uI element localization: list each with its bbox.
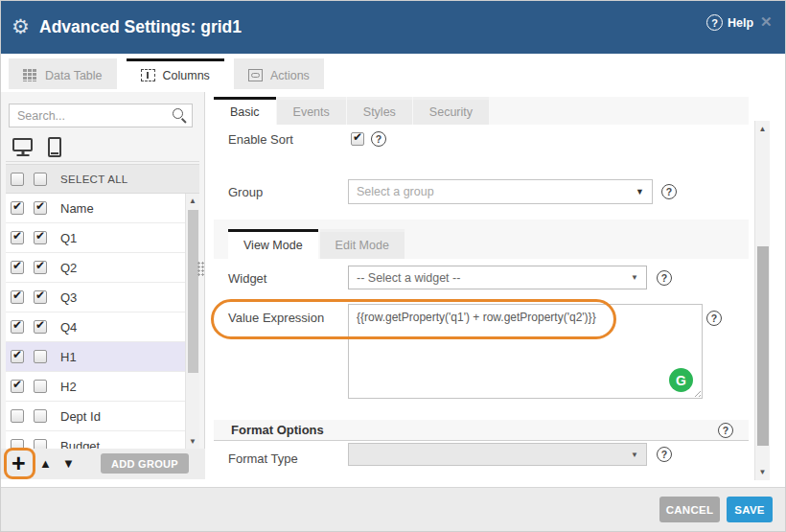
add-column-button[interactable]: + bbox=[12, 450, 26, 476]
tab-label: Actions bbox=[270, 69, 310, 82]
columns-icon bbox=[141, 69, 155, 81]
desktop-checkbox[interactable] bbox=[11, 380, 24, 393]
data-table-icon bbox=[23, 69, 37, 81]
scroll-down-icon[interactable]: ▼ bbox=[755, 468, 770, 476]
move-down-button[interactable]: ▼ bbox=[62, 456, 75, 471]
cancel-button[interactable]: CANCEL bbox=[659, 497, 720, 522]
tab-edit-mode[interactable]: Edit Mode bbox=[320, 229, 405, 259]
column-row-h2[interactable]: H2 bbox=[6, 372, 185, 402]
tab-columns[interactable]: Columns bbox=[127, 58, 224, 89]
scroll-up-icon[interactable]: ▲ bbox=[186, 197, 199, 205]
mobile-checkbox[interactable] bbox=[34, 261, 47, 274]
help-icon[interactable] bbox=[706, 14, 723, 31]
help-icon-widget[interactable] bbox=[657, 270, 672, 286]
mobile-checkbox[interactable] bbox=[34, 231, 47, 244]
group-label: Group bbox=[228, 185, 263, 199]
column-row-dept-id[interactable]: Dept Id bbox=[6, 402, 185, 431]
column-label: Name bbox=[60, 201, 94, 216]
move-up-button[interactable]: ▲ bbox=[39, 456, 52, 471]
column-row-name[interactable]: Name bbox=[6, 194, 185, 223]
column-row-h1[interactable]: H1 bbox=[6, 342, 185, 372]
widget-label: Widget bbox=[228, 271, 266, 286]
widget-select[interactable]: -- Select a widget -- ▼ bbox=[348, 266, 647, 289]
column-label: Dept Id bbox=[60, 409, 101, 424]
chevron-down-icon: ▼ bbox=[631, 273, 638, 282]
tab-view-mode[interactable]: View Mode bbox=[228, 229, 318, 259]
column-list-scrollbar[interactable]: ▲ ▼ bbox=[185, 194, 199, 449]
help-label[interactable]: Help bbox=[728, 16, 753, 30]
scroll-up-icon[interactable]: ▲ bbox=[755, 125, 770, 133]
desktop-checkbox[interactable] bbox=[11, 350, 24, 363]
desktop-checkbox[interactable] bbox=[11, 231, 24, 244]
search-icon[interactable] bbox=[172, 107, 188, 124]
column-label: Q4 bbox=[60, 320, 77, 335]
widget-select-value: -- Select a widget -- bbox=[357, 271, 631, 285]
tab-events[interactable]: Events bbox=[277, 97, 346, 125]
mobile-checkbox[interactable] bbox=[34, 409, 47, 423]
desktop-checkbox[interactable] bbox=[11, 409, 24, 423]
tab-data-table[interactable]: Data Table bbox=[9, 58, 117, 89]
scrollbar-thumb[interactable] bbox=[757, 246, 769, 446]
desktop-checkbox[interactable] bbox=[11, 290, 24, 304]
help-icon-value-expression[interactable] bbox=[706, 311, 722, 326]
main-tab-bar: Data Table Columns Actions bbox=[9, 58, 324, 89]
value-expression-label: Value Expression bbox=[228, 311, 324, 325]
select-all-mobile-checkbox[interactable] bbox=[34, 173, 47, 186]
format-type-select[interactable]: ▼ bbox=[348, 443, 647, 466]
chevron-down-icon: ▼ bbox=[636, 187, 644, 197]
help-icon-format-type[interactable] bbox=[657, 447, 672, 462]
desktop-checkbox[interactable] bbox=[11, 320, 24, 334]
chevron-down-icon: ▼ bbox=[631, 451, 638, 459]
desktop-checkbox[interactable] bbox=[11, 201, 24, 215]
search-input[interactable] bbox=[9, 104, 193, 127]
column-row-q2[interactable]: Q2 bbox=[6, 253, 185, 283]
mobile-checkbox[interactable] bbox=[34, 439, 47, 449]
tab-styles[interactable]: Styles bbox=[347, 97, 412, 125]
mode-tab-bar: View Mode Edit Mode bbox=[228, 229, 406, 259]
grammarly-icon[interactable] bbox=[669, 368, 693, 392]
scrollbar-thumb[interactable] bbox=[188, 210, 198, 373]
column-row-q4[interactable]: Q4 bbox=[6, 312, 185, 342]
select-all-label: SELECT ALL bbox=[60, 173, 128, 185]
column-row-budget[interactable]: Budget bbox=[6, 431, 185, 449]
desktop-checkbox[interactable] bbox=[11, 439, 24, 449]
mobile-icon[interactable] bbox=[48, 137, 61, 157]
settings-scrollbar[interactable]: ▲ ▼ bbox=[754, 121, 770, 480]
help-icon-format-options[interactable] bbox=[718, 423, 733, 438]
mobile-checkbox[interactable] bbox=[34, 290, 47, 304]
group-dropdown-value: Select a group bbox=[357, 185, 636, 198]
desktop-checkbox[interactable] bbox=[11, 261, 24, 274]
close-icon[interactable]: ✕ bbox=[760, 13, 773, 31]
title-bar: ⚙ Advanced Settings: grid1 Help ✕ bbox=[1, 1, 786, 54]
save-button[interactable]: SAVE bbox=[727, 497, 773, 522]
help-icon-enable-sort[interactable] bbox=[371, 131, 386, 147]
mobile-checkbox[interactable] bbox=[34, 320, 47, 334]
tab-basic[interactable]: Basic bbox=[214, 97, 276, 125]
mobile-checkbox[interactable] bbox=[34, 380, 47, 393]
scroll-down-icon[interactable]: ▼ bbox=[186, 437, 199, 446]
enable-sort-label: Enable Sort bbox=[228, 132, 293, 147]
tab-actions[interactable]: Actions bbox=[234, 58, 324, 89]
help-icon-group[interactable] bbox=[661, 184, 677, 199]
select-all-desktop-checkbox[interactable] bbox=[11, 173, 24, 186]
column-row-q3[interactable]: Q3 bbox=[6, 283, 185, 312]
add-group-button[interactable]: ADD GROUP bbox=[101, 453, 189, 474]
column-row-q1[interactable]: Q1 bbox=[6, 223, 185, 253]
desktop-icon[interactable] bbox=[12, 138, 33, 151]
enable-sort-checkbox[interactable] bbox=[351, 132, 364, 146]
column-label: Q1 bbox=[60, 231, 77, 245]
device-toggle-strip bbox=[6, 133, 199, 162]
column-label: H1 bbox=[60, 350, 77, 364]
select-all-row[interactable]: SELECT ALL bbox=[6, 164, 199, 194]
column-label: Q3 bbox=[60, 290, 77, 305]
actions-icon bbox=[248, 69, 263, 81]
mobile-checkbox[interactable] bbox=[34, 201, 47, 215]
group-dropdown[interactable]: Select a group ▼ bbox=[348, 179, 653, 204]
tab-security[interactable]: Security bbox=[413, 97, 489, 125]
column-label: Q2 bbox=[60, 261, 77, 275]
mobile-checkbox[interactable] bbox=[34, 350, 47, 363]
tab-label: Data Table bbox=[45, 69, 103, 82]
gear-icon: ⚙ bbox=[12, 15, 30, 38]
panel-resize-grip[interactable] bbox=[197, 262, 205, 277]
value-expression-input[interactable]: {{row.getProperty('q1') + row.getPropert… bbox=[348, 304, 703, 399]
